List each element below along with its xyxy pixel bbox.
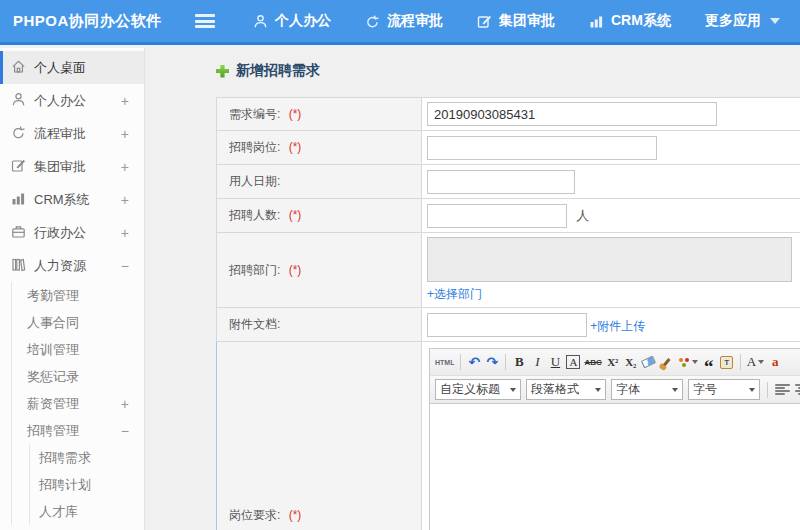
workflow-icon	[365, 14, 380, 29]
sidebar-item-label: CRM系统	[34, 191, 90, 209]
hamburger-menu-icon[interactable]	[195, 14, 215, 28]
field-label: 用人日期:	[229, 174, 280, 188]
field-label: 附件文档:	[229, 317, 280, 331]
sidebar-item-workflow-approval[interactable]: 流程审批 +	[0, 117, 144, 150]
sidebar-item-attendance-mgmt[interactable]: 考勤管理	[12, 282, 144, 309]
sidebar-item-label: 人才库	[39, 503, 78, 521]
sidebar-item-reward-punishment[interactable]: 奖惩记录	[12, 363, 144, 390]
underline-button[interactable]: U	[548, 352, 562, 372]
nav-label: 个人办公	[275, 12, 331, 30]
eraser-icon[interactable]	[642, 352, 656, 372]
format-brush-icon[interactable]	[660, 352, 674, 372]
align-left-icon[interactable]	[775, 384, 790, 396]
nav-more-apps[interactable]: 更多应用	[705, 12, 780, 30]
sidebar-item-human-resources[interactable]: 人力资源 −	[0, 249, 144, 282]
caret-down-icon	[770, 18, 780, 24]
main-content: 新增招聘需求 需求编号: (*) 招聘岗位: (*) 用人日期:	[146, 48, 800, 530]
top-bar: PHPOA协同办公软件 个人办公 流程审批 集团审批 CRM系统 更多应用	[0, 0, 800, 45]
sidebar-item-label: 招聘计划	[39, 476, 91, 494]
sidebar-item-crm-system[interactable]: CRM系统 +	[0, 183, 144, 216]
required-mark: (*)	[289, 208, 302, 222]
custom-title-dropdown[interactable]: 自定义标题	[435, 379, 521, 400]
bar-chart-icon	[589, 14, 604, 29]
required-mark: (*)	[289, 140, 302, 154]
nav-workflow-approval[interactable]: 流程审批	[365, 12, 443, 30]
font-size-dropdown[interactable]: 字号	[688, 379, 760, 400]
field-label: 招聘人数:	[229, 208, 280, 222]
blockquote-button[interactable]: “	[702, 352, 716, 372]
sidebar-item-label: 培训管理	[27, 341, 79, 359]
paste-as-text-icon[interactable]: T	[720, 352, 734, 372]
highlight-color-button[interactable]: a	[768, 352, 782, 372]
sidebar-item-label: 招聘管理	[27, 422, 79, 440]
field-label: 招聘部门:	[229, 263, 280, 277]
expand-toggle[interactable]: +	[121, 192, 129, 208]
rich-text-editor: HTML ↶ ↷ B I U A ABC X² X₂	[429, 348, 800, 530]
add-plus-icon	[216, 65, 229, 78]
toolbar-separator	[505, 354, 506, 370]
font-style-button[interactable]: A	[566, 355, 580, 369]
recruit-post-input[interactable]	[427, 136, 657, 160]
expand-toggle[interactable]: +	[121, 93, 129, 109]
edit-icon	[477, 14, 492, 29]
user-icon	[253, 14, 268, 29]
caret-down-icon	[749, 388, 755, 392]
sidebar-item-label: 行政办公	[34, 224, 86, 242]
editor-content-area[interactable]	[430, 404, 800, 530]
sidebar-item-training-mgmt[interactable]: 培训管理	[12, 336, 144, 363]
nav-group-approval[interactable]: 集团审批	[477, 12, 555, 30]
expand-toggle[interactable]: +	[121, 225, 129, 241]
table-row: 岗位要求: (*) HTML ↶ ↷ B I U A	[217, 342, 800, 530]
required-mark: (*)	[289, 263, 302, 277]
sidebar-item-recruit-demand[interactable]: 招聘需求	[30, 444, 144, 471]
table-row: 需求编号: (*)	[217, 98, 800, 131]
toolbar-separator	[740, 354, 741, 370]
sidebar-item-group-approval[interactable]: 集团审批 +	[0, 150, 144, 183]
align-center-icon[interactable]	[795, 384, 800, 396]
collapse-toggle[interactable]: −	[121, 258, 129, 274]
sidebar-item-label: 个人桌面	[34, 59, 86, 77]
editor-toolbar-row1: HTML ↶ ↷ B I U A ABC X² X₂	[430, 349, 800, 376]
strikethrough-button[interactable]: ABC	[584, 352, 601, 372]
sidebar-item-personal-office[interactable]: 个人办公 +	[0, 84, 144, 117]
sidebar-item-salary-mgmt[interactable]: 薪资管理 +	[12, 390, 144, 417]
demand-code-input[interactable]	[427, 102, 717, 126]
sidebar-item-recruit-mgmt[interactable]: 招聘管理 −	[12, 417, 144, 444]
font-color-button[interactable]: A	[747, 352, 764, 372]
attachment-input[interactable]	[427, 313, 587, 337]
italic-button[interactable]: I	[530, 352, 544, 372]
nav-label: 集团审批	[499, 12, 555, 30]
sidebar-item-label: 招聘需求	[39, 449, 91, 467]
expand-toggle[interactable]: +	[121, 396, 129, 412]
html-source-button[interactable]: HTML	[435, 352, 454, 372]
paragraph-format-dropdown[interactable]: 段落格式	[526, 379, 606, 400]
color-palette-icon[interactable]	[678, 352, 698, 372]
toolbar-separator	[460, 354, 461, 370]
dropdown-label: 段落格式	[531, 381, 579, 398]
toolbar-separator	[767, 382, 768, 398]
attachment-upload-link[interactable]: +附件上传	[590, 318, 645, 332]
bold-button[interactable]: B	[512, 352, 526, 372]
hire-date-input[interactable]	[427, 170, 575, 194]
font-family-dropdown[interactable]: 字体	[611, 379, 683, 400]
superscript-button[interactable]: X²	[606, 352, 620, 372]
sidebar-item-admin-office[interactable]: 行政办公 +	[0, 216, 144, 249]
select-department-link[interactable]: +选择部门	[427, 286, 482, 303]
expand-toggle[interactable]: +	[121, 126, 129, 142]
sidebar-item-personal-desktop[interactable]: 个人桌面	[0, 51, 144, 84]
undo-icon[interactable]: ↶	[467, 352, 481, 372]
sidebar-item-hr-contract[interactable]: 人事合同	[12, 309, 144, 336]
sidebar-item-talent-pool[interactable]: 人才库	[30, 498, 144, 525]
headcount-unit: 人	[576, 208, 589, 223]
subscript-button[interactable]: X₂	[624, 352, 638, 372]
collapse-toggle[interactable]: −	[121, 423, 129, 439]
headcount-input[interactable]	[427, 204, 567, 228]
redo-icon[interactable]: ↷	[485, 352, 499, 372]
sidebar-item-recruit-plan[interactable]: 招聘计划	[30, 471, 144, 498]
recruit-dept-textarea[interactable]	[427, 237, 792, 282]
expand-toggle[interactable]: +	[121, 159, 129, 175]
nav-crm-system[interactable]: CRM系统	[589, 12, 671, 30]
table-row: 附件文档: +附件上传	[217, 308, 800, 342]
nav-personal-office[interactable]: 个人办公	[253, 12, 331, 30]
caret-down-icon	[595, 388, 601, 392]
